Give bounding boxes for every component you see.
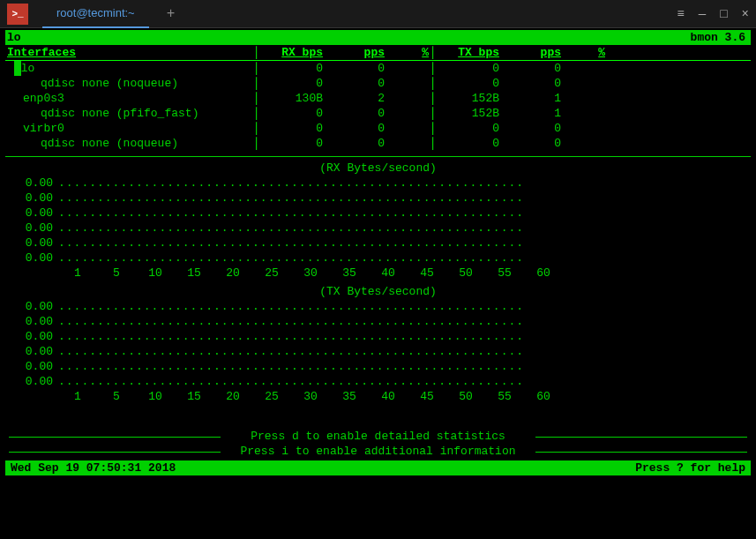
xtick: 1 [58, 389, 97, 404]
iface-name: qdisc none (noqueue) [5, 76, 252, 91]
graph-row: 0.00....................................… [5, 344, 751, 359]
rx-pct-value [385, 61, 429, 76]
graph-row: 0.00....................................… [5, 206, 751, 221]
tx-pct-value [561, 76, 605, 91]
table-header: Interfaces │ RX bps pps % │ TX bps pps % [5, 45, 751, 61]
graph-row: 0.00....................................… [5, 314, 751, 329]
rx-pct-value [385, 91, 429, 106]
graph-row: 0.00....................................… [5, 176, 751, 191]
column-separator: │ [429, 45, 438, 60]
header-tx-pct: % [561, 45, 605, 60]
xtick: 40 [369, 266, 408, 281]
graph-dots: ........................................… [58, 359, 524, 374]
tx-bps-value: 0 [438, 61, 499, 76]
table-row[interactable]: qdisc none (noqueue)│00│00 [5, 76, 751, 91]
rx-graph-title: (RX Bytes/second) [5, 161, 751, 176]
graph-ylabel: 0.00 [5, 344, 58, 359]
graph-dots: ........................................… [58, 299, 524, 314]
minimize-icon[interactable]: — [699, 7, 706, 21]
graph-dots: ........................................… [58, 374, 524, 389]
rx-pct-value [385, 76, 429, 91]
iface-name: lo [5, 61, 252, 76]
graph-ylabel: 0.00 [5, 251, 58, 266]
rx-xaxis: 151015202530354045505560 [5, 266, 751, 281]
rx-bps-value: 0 [261, 136, 323, 151]
xtick: 55 [485, 266, 524, 281]
maximize-icon[interactable]: □ [720, 7, 727, 21]
xtick: 20 [213, 266, 252, 281]
iface-name: qdisc none (noqueue) [5, 136, 252, 151]
xtick: 20 [213, 389, 252, 404]
terminal-body: lo bmon 3.6 Interfaces │ RX bps pps % │ … [0, 28, 756, 477]
horizontal-divider [5, 156, 751, 157]
column-separator: │ [429, 136, 438, 151]
xtick: 45 [408, 266, 446, 281]
header-rx-bps: RX bps [261, 45, 323, 60]
graph-row: 0.00....................................… [5, 299, 751, 314]
tx-xaxis: 151015202530354045505560 [5, 389, 751, 404]
xtick: 60 [524, 389, 563, 404]
rx-bps-value: 0 [261, 76, 323, 91]
rx-pps-value: 0 [323, 106, 385, 121]
graph-dots: ........................................… [58, 191, 524, 206]
graph-ylabel: 0.00 [5, 236, 58, 251]
graph-dots: ........................................… [58, 329, 524, 344]
statusbar-date: Wed Sep 19 07:50:31 2018 [5, 460, 630, 475]
iface-name: enp0s3 [5, 91, 252, 106]
tx-bps-value: 0 [438, 136, 499, 151]
terminal-tab[interactable]: root@tecmint:~ [42, 0, 149, 28]
tx-pps-value: 0 [499, 76, 561, 91]
rx-bps-value: 130B [261, 91, 323, 106]
graph-ylabel: 0.00 [5, 314, 58, 329]
graph-dots: ........................................… [58, 236, 524, 251]
window-titlebar: >_ root@tecmint:~ + ≡ — □ × [0, 0, 756, 28]
hint-detailed: Press d to enable detailed statistics [5, 429, 751, 444]
graph-row: 0.00....................................… [5, 329, 751, 344]
menu-icon[interactable]: ≡ [677, 7, 684, 21]
rx-pct-value [385, 136, 429, 151]
tx-graph: (TX Bytes/second) 0.00..................… [5, 284, 751, 404]
iface-name: virbr0 [5, 121, 252, 136]
tx-pct-value [561, 136, 605, 151]
graph-ylabel: 0.00 [5, 176, 58, 191]
graph-ylabel: 0.00 [5, 299, 58, 314]
xtick: 35 [330, 389, 369, 404]
topbar-app-name: bmon 3.6 [685, 30, 751, 45]
graph-row: 0.00....................................… [5, 221, 751, 236]
xtick: 50 [446, 389, 485, 404]
tx-pps-value: 0 [499, 136, 561, 151]
graph-row: 0.00....................................… [5, 191, 751, 206]
xtick: 5 [97, 389, 136, 404]
header-rx-pct: % [385, 45, 429, 60]
terminal-icon: >_ [11, 9, 23, 19]
graph-dots: ........................................… [58, 314, 524, 329]
hint-additional: Press i to enable additional information [5, 444, 751, 459]
tx-pps-value: 1 [499, 91, 561, 106]
add-tab-button[interactable]: + [160, 6, 183, 22]
column-separator: │ [252, 91, 261, 106]
graph-ylabel: 0.00 [5, 329, 58, 344]
table-row[interactable]: virbr0│00│00 [5, 121, 751, 136]
graph-row: 0.00....................................… [5, 359, 751, 374]
rx-pps-value: 0 [323, 61, 385, 76]
column-separator: │ [252, 61, 261, 76]
rx-pps-value: 0 [323, 136, 385, 151]
tx-pct-value [561, 91, 605, 106]
table-row[interactable]: qdisc none (noqueue)│00│00 [5, 136, 751, 151]
graph-dots: ........................................… [58, 176, 524, 191]
table-row[interactable]: qdisc none (pfifo_fast)│00│152B1 [5, 106, 751, 121]
xtick: 25 [252, 389, 291, 404]
graph-ylabel: 0.00 [5, 359, 58, 374]
close-icon[interactable]: × [742, 7, 749, 21]
xtick: 55 [485, 389, 524, 404]
column-separator: │ [252, 45, 261, 60]
table-row[interactable]: enp0s3│130B2│152B1 [5, 91, 751, 106]
xtick: 35 [330, 266, 369, 281]
rx-bps-value: 0 [261, 106, 323, 121]
table-row[interactable]: lo│00│00 [5, 61, 751, 76]
tx-bps-value: 152B [438, 91, 499, 106]
column-separator: │ [429, 106, 438, 121]
xtick: 30 [291, 389, 330, 404]
rx-pps-value: 2 [323, 91, 385, 106]
rx-bps-value: 0 [261, 121, 323, 136]
